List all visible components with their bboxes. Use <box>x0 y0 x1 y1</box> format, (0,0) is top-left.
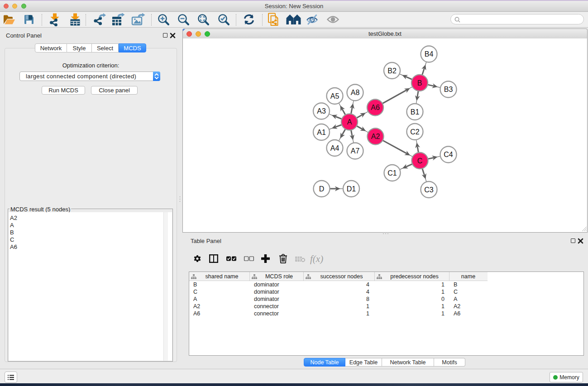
svg-text:B2: B2 <box>387 67 397 75</box>
svg-text:B: B <box>417 79 422 87</box>
svg-text:A1: A1 <box>317 129 326 136</box>
svg-text:B3: B3 <box>444 86 453 93</box>
svg-text:A4: A4 <box>330 144 339 152</box>
svg-text:C: C <box>417 157 423 165</box>
svg-text:B4: B4 <box>425 50 434 58</box>
svg-text:C1: C1 <box>387 169 397 177</box>
svg-text:A8: A8 <box>351 89 360 96</box>
svg-text:A7: A7 <box>351 147 360 155</box>
svg-text:B1: B1 <box>411 108 420 116</box>
svg-text:D: D <box>319 185 325 193</box>
svg-text:A: A <box>347 118 352 126</box>
svg-text:C2: C2 <box>410 128 420 136</box>
svg-text:C3: C3 <box>424 186 434 194</box>
svg-text:A3: A3 <box>317 107 326 115</box>
svg-text:A5: A5 <box>330 92 339 100</box>
svg-text:C4: C4 <box>444 151 453 158</box>
svg-text:D1: D1 <box>347 185 356 193</box>
svg-text:A2: A2 <box>371 133 380 140</box>
svg-text:A6: A6 <box>371 104 380 111</box>
